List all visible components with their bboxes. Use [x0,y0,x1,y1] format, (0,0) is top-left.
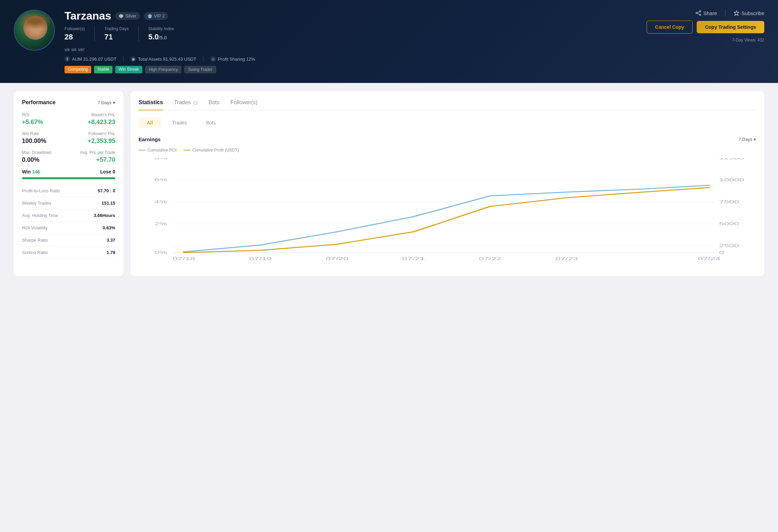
chart-svg: 8% 6% 4% 2% 0% 12500 10000 7500 5000 250… [139,158,756,268]
sharpe-ratio-row: Sharpe Ratio 3.37 [22,234,115,246]
legend-profit: Cumulative Profit (USDT) [184,148,239,153]
aum-metric: $ AUM 31,296.07 USDT [64,56,123,62]
performance-panel-header: Performance 7 Days ▾ [22,99,115,106]
sub-tab-all[interactable]: All [139,117,161,128]
header-actions-bottom: Cancel Copy Copy Trading Settings [647,21,764,34]
win-lose-row: Win 146 Lose 0 [22,169,115,174]
svg-text:0%: 0% [154,250,167,255]
divider [725,10,726,16]
avatar [14,10,55,51]
shield-icon [119,14,123,19]
progress-fill [22,177,115,179]
avatar-image [15,11,54,50]
info-icon: i [193,101,198,105]
svg-text:07/19: 07/19 [249,256,272,261]
svg-point-4 [699,14,701,15]
win-rate-group: Win Rate 100.00% [22,131,46,145]
legend-roi: Cumulative ROI [139,148,177,153]
sub-tab-trades[interactable]: Trades [164,117,195,128]
earnings-chart: 8% 6% 4% 2% 0% 12500 10000 7500 5000 250… [139,158,756,268]
profile-info: Tarzanas Silver VIP 2 Follower(s) 28 Tra… [64,10,637,73]
drawdown-group: Max. Drawdown 0.00% [22,150,51,164]
roi-volatility-row: ROI Volatility 0.63% [22,222,115,234]
bio-text: sik sik sik! [64,47,637,52]
stability-stat: Stability Index 5.0/5.0 [148,26,184,41]
main-content: Performance 7 Days ▾ ROI +5.67% Master's… [0,83,778,284]
svg-text:07/18: 07/18 [173,256,195,261]
share-icon [696,10,701,16]
chevron-down-icon: ▾ [754,137,756,142]
page-header: Tarzanas Silver VIP 2 Follower(s) 28 Tra… [0,0,778,83]
svg-line-6 [697,13,699,14]
svg-text:07/24: 07/24 [698,256,720,261]
tab-bots[interactable]: Bots [209,99,220,110]
svg-text:8%: 8% [154,158,167,160]
clock-icon: ⊙ [210,56,216,62]
chart-period-selector[interactable]: 7 Days ▾ [739,137,756,142]
roi-line-indicator [139,150,145,150]
win-progress-bar [22,177,115,179]
profit-line-indicator [184,150,190,150]
sub-tab-bots[interactable]: Bots [198,117,224,128]
header-right: Share Subscribe Cancel Copy Copy Trading… [647,10,764,43]
profile-name-row: Tarzanas Silver VIP 2 [64,10,637,22]
masters-pnl-group: Master's PnL +8,423.23 [87,112,115,126]
total-assets-metric: ▣ Total Assets 91,925.43 USDT [130,56,203,62]
share-button[interactable]: Share [696,10,717,16]
performance-panel: Performance 7 Days ▾ ROI +5.67% Master's… [14,91,123,276]
followers-stat: Follower(s) 28 [64,26,95,41]
win-rate-row: Win Rate 100.00% Followers' PnL +2,353.9… [22,131,115,145]
vip-badge: VIP 2 [144,12,168,20]
dollar-icon: $ [64,56,70,62]
performance-title: Performance [22,99,56,106]
sub-tabs: All Trades Bots [139,117,756,128]
wallet-icon: ▣ [130,56,136,62]
svg-text:2%: 2% [154,221,167,226]
tab-followers[interactable]: Follower(s) [231,99,258,110]
avg-pnl-group: Avg. PnL per Trade +57.70 [80,150,115,164]
views-text: 7-Day Views: 432 [732,38,764,43]
star-icon [734,10,739,16]
svg-marker-1 [148,14,152,18]
svg-text:0: 0 [719,250,724,255]
svg-point-2 [699,11,701,12]
copy-trading-settings-button[interactable]: Copy Trading Settings [697,21,764,33]
sortino-ratio-row: Sortino Ratio 1.79 [22,246,115,259]
svg-text:2500: 2500 [719,243,739,248]
svg-text:i: i [195,102,196,104]
tags-row: Competing Stable Win Streak High Frequen… [64,66,637,73]
svg-marker-7 [734,11,739,15]
profile-name: Tarzanas [64,10,111,22]
svg-point-3 [696,12,697,14]
svg-text:07/20: 07/20 [326,256,348,261]
followers-pnl-group: Followers' PnL +2,353.95 [87,131,115,145]
roi-group: ROI +5.67% [22,112,43,126]
subscribe-button[interactable]: Subscribe [734,10,764,16]
profit-loss-row: Profit-to-Loss Ratio 57.70 : 0 [22,185,115,197]
silver-badge: Silver [115,12,140,20]
svg-text:6%: 6% [154,178,167,182]
lose-label: Lose 0 [100,169,115,174]
svg-text:12500: 12500 [719,158,744,160]
svg-text:7500: 7500 [719,200,739,204]
main-tabs: Statistics Trades i Bots Follower(s) [139,99,756,110]
diamond-icon [148,14,152,19]
tag-high-frequency: High Frequency [145,66,182,73]
chart-header: Earnings 7 Days ▾ [139,136,756,142]
tab-trades[interactable]: Trades i [174,99,198,110]
metrics-row: $ AUM 31,296.07 USDT ▣ Total Assets 91,9… [64,56,637,62]
period-selector[interactable]: 7 Days ▾ [98,100,115,105]
svg-text:07/22: 07/22 [479,256,502,261]
tag-win-streak: Win Streak [115,66,142,73]
earnings-title: Earnings [139,136,161,142]
tag-swing-trader: Swing Trader [184,66,216,73]
cancel-copy-button[interactable]: Cancel Copy [647,21,693,34]
profit-sharing-metric: ⊙ Profit Sharing 12% [210,56,262,62]
stats-row: Follower(s) 28 Trading Days 71 Stability… [64,26,637,41]
svg-text:5000: 5000 [719,221,739,226]
chevron-down-icon: ▾ [113,100,115,105]
svg-text:07/21: 07/21 [402,256,425,261]
tab-statistics[interactable]: Statistics [139,99,163,110]
svg-text:4%: 4% [154,200,167,204]
drawdown-row: Max. Drawdown 0.00% Avg. PnL per Trade +… [22,150,115,164]
